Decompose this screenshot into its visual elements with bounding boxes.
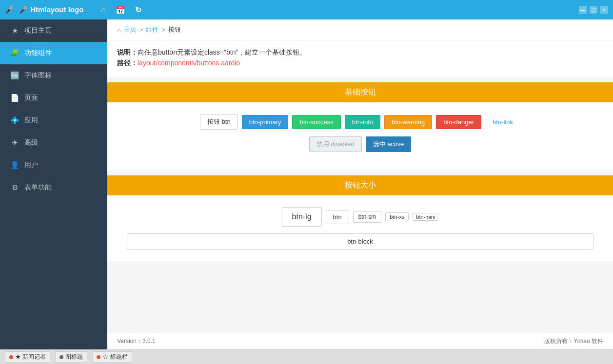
version-text: Version：3.0.1 <box>117 337 156 345</box>
restore-button[interactable]: □ <box>590 6 597 14</box>
breadcrumb-current: 按钮 <box>168 25 181 34</box>
breadcrumb: ⌂ 主页 > 组件 > 按钮 <box>107 19 613 40</box>
user-icon: 👤 <box>10 161 20 170</box>
content-area: ⌂ 主页 > 组件 > 按钮 说明：向任意button元素设定class="bt… <box>107 19 613 349</box>
btn-sm[interactable]: btn-sm <box>353 211 382 223</box>
size-buttons-row: btn-lg btn btn-sm btn-xs btn-mini <box>117 207 603 227</box>
sidebar-item-advanced[interactable]: ✈ 高级 <box>0 132 107 154</box>
sidebar: ★ 项目主页 🧩 功能组件 🔤 字体图标 📄 页面 💠 应用 ✈ 高级 👤 用户 <box>0 19 107 349</box>
home-icon-small: ⌂ <box>117 26 121 34</box>
basic-buttons-header: 基础按钮 <box>107 82 613 102</box>
refresh-icon[interactable]: ↻ <box>135 5 141 15</box>
page-icon: 📄 <box>10 94 20 102</box>
taskbar: ★ 新闻记者 图标题 ☆ 标题栏 <box>0 349 613 364</box>
sidebar-item-home[interactable]: ★ 项目主页 <box>0 19 107 42</box>
close-button[interactable]: × <box>600 6 608 14</box>
size-buttons-body: btn-lg btn btn-sm btn-xs btn-mini btn-bl… <box>107 195 613 261</box>
btn-lg[interactable]: btn-lg <box>282 207 322 227</box>
btn-block[interactable]: btn-block <box>127 233 593 249</box>
taskbar-item-2[interactable]: 图标题 <box>55 351 87 363</box>
breadcrumb-home[interactable]: 主页 <box>124 25 137 34</box>
sidebar-label-advanced: 高级 <box>24 138 38 147</box>
sidebar-label-forms: 表单功能 <box>24 183 52 192</box>
titlebar-icons: ⌂ 📅 ↻ <box>101 5 141 15</box>
gear-icon: ⚙ <box>10 183 20 192</box>
basic-buttons-row: 按钮 btn btn-primary btn-success btn-info … <box>117 114 603 130</box>
btn-active[interactable]: 选中 active <box>366 136 412 152</box>
titlebar-controls: — □ × <box>579 6 608 14</box>
sidebar-label-components: 功能组件 <box>24 49 52 57</box>
sidebar-label-home: 项目主页 <box>24 26 52 35</box>
titlebar-left: 🎤 🎤 Htmlayout logo ⌂ 📅 ↻ <box>5 5 141 15</box>
btn-primary[interactable]: btn-primary <box>242 115 289 129</box>
page-content: 说明：向任意button元素设定class="btn"，建立一个基础按钮。 路径… <box>107 40 613 333</box>
taskbar-item-3[interactable]: ☆ 标题栏 <box>92 351 132 363</box>
state-buttons-row: 禁用 disabled 选中 active <box>117 136 603 152</box>
btn-link[interactable]: btn-link <box>485 115 520 129</box>
sidebar-item-apps[interactable]: 💠 应用 <box>0 109 107 132</box>
main-layout: ★ 项目主页 🧩 功能组件 🔤 字体图标 📄 页面 💠 应用 ✈ 高级 👤 用户 <box>0 19 613 349</box>
copyright-text: 版权所有：Yimao 软件 <box>544 337 603 345</box>
breadcrumb-components[interactable]: 组件 <box>146 25 158 34</box>
sidebar-item-components[interactable]: 🧩 功能组件 <box>0 42 107 64</box>
app-icon: 💠 <box>10 116 20 125</box>
btn-disabled[interactable]: 禁用 disabled <box>309 136 362 152</box>
description-line: 说明：向任意button元素设定class="btn"，建立一个基础按钮。 <box>117 48 603 57</box>
info-section: 说明：向任意button元素设定class="btn"，建立一个基础按钮。 路径… <box>107 40 613 77</box>
path-text: layout/components/buttons.aardio <box>138 59 240 67</box>
sidebar-item-users[interactable]: 👤 用户 <box>0 154 107 176</box>
taskbar-dot-3 <box>97 355 100 359</box>
btn-info[interactable]: btn-info <box>345 115 380 129</box>
btn-mini[interactable]: btn-mini <box>413 213 438 221</box>
empty-space <box>107 261 613 333</box>
size-buttons-header: 按钮大小 <box>107 175 613 195</box>
app-title: 🎤 Htmlayout logo <box>19 5 83 14</box>
taskbar-label-3: ☆ 标题栏 <box>102 353 127 361</box>
sidebar-label-icons: 字体图标 <box>24 71 52 80</box>
sep2: > <box>161 26 165 34</box>
puzzle-icon: 🧩 <box>10 49 20 57</box>
taskbar-item-1[interactable]: ★ 新闻记者 <box>5 351 50 363</box>
footer: Version：3.0.1 版权所有：Yimao 软件 <box>107 333 613 349</box>
basic-buttons-body: 按钮 btn btn-primary btn-success btn-info … <box>107 102 613 171</box>
btn-normal[interactable]: btn <box>326 210 349 224</box>
sidebar-item-icons[interactable]: 🔤 字体图标 <box>0 64 107 87</box>
btn-success[interactable]: btn-success <box>292 115 340 129</box>
taskbar-dot-1 <box>9 355 13 359</box>
plane-icon: ✈ <box>10 138 20 147</box>
sidebar-label-users: 用户 <box>24 161 38 170</box>
logo-icon: 🎤 <box>5 5 14 14</box>
taskbar-dot-2 <box>59 355 63 359</box>
sidebar-item-pages[interactable]: 📄 页面 <box>0 87 107 109</box>
sep1: > <box>139 26 143 34</box>
titlebar: 🎤 🎤 Htmlayout logo ⌂ 📅 ↻ — □ × <box>0 0 613 19</box>
btn-danger[interactable]: btn-danger <box>436 115 481 129</box>
home-icon[interactable]: ⌂ <box>101 5 106 14</box>
font-icon: 🔤 <box>10 71 20 80</box>
sidebar-label-pages: 页面 <box>24 94 38 102</box>
taskbar-label-2: 图标题 <box>65 353 83 361</box>
calendar-icon[interactable]: 📅 <box>116 5 125 15</box>
path-line: 路径：layout/components/buttons.aardio <box>117 59 603 68</box>
btn-xs[interactable]: btn-xs <box>385 212 409 221</box>
sidebar-item-forms[interactable]: ⚙ 表单功能 <box>0 176 107 199</box>
sidebar-label-apps: 应用 <box>24 116 38 125</box>
btn-warning[interactable]: btn-warning <box>384 115 432 129</box>
star-icon: ★ <box>10 26 20 35</box>
taskbar-label-1: ★ 新闻记者 <box>15 353 46 361</box>
btn-block-row: btn-block <box>117 233 603 249</box>
minimize-button[interactable]: — <box>579 6 587 14</box>
btn-default[interactable]: 按钮 btn <box>200 114 238 130</box>
